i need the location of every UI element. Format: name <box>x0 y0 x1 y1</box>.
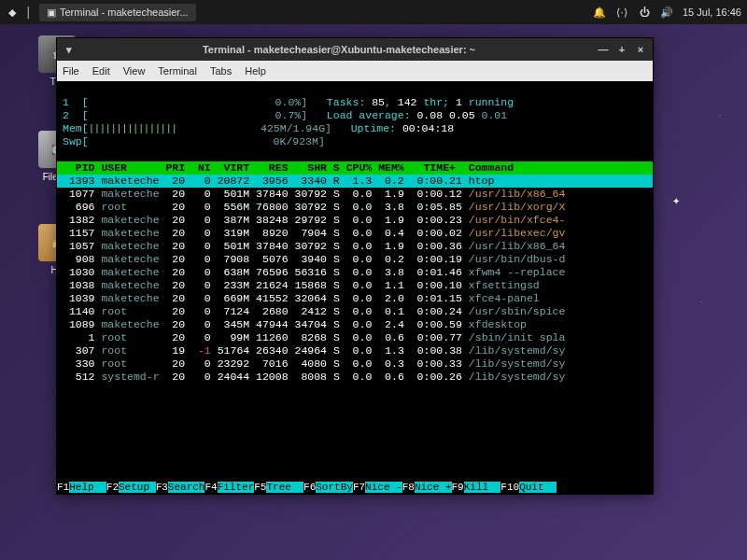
volume-icon[interactable]: 🔊 <box>660 6 673 19</box>
taskbar-app-label: Terminal - maketecheasier... <box>60 7 189 18</box>
clock[interactable]: 15 Jul, 16:46 <box>683 7 741 18</box>
process-row[interactable]: 1038 maketeche 20 0 233M 21624 15868 S 0… <box>57 279 653 292</box>
f7-nice-down[interactable]: Nice - <box>365 482 402 493</box>
terminal-body[interactable]: 1 [0.0%] Tasks: 85, 142 thr; 1 running 2… <box>57 81 653 494</box>
whisker-menu-icon[interactable]: ◆ <box>6 6 19 19</box>
process-row[interactable]: 1382 maketeche 20 0 387M 38248 29792 S 0… <box>57 214 653 227</box>
f2-setup[interactable]: Setup <box>119 482 156 493</box>
menu-view[interactable]: View <box>123 65 146 77</box>
f3-search[interactable]: Search <box>168 482 205 493</box>
top-panel: ◆ │ ▣ Terminal - maketecheasier... 🔔 ⟨·⟩… <box>0 0 747 24</box>
minimize-button[interactable]: — <box>597 43 610 56</box>
tasks-count: 85 <box>372 96 385 108</box>
menu-edit[interactable]: Edit <box>92 65 110 77</box>
cpu1-label: 1 [ <box>63 96 89 108</box>
menu-tabs[interactable]: Tabs <box>210 65 232 77</box>
close-button[interactable]: × <box>634 43 647 56</box>
process-row[interactable]: 1039 maketeche 20 0 669M 41552 32064 S 0… <box>57 292 653 305</box>
separator-icon: │ <box>22 6 35 19</box>
star-decoration: · <box>719 112 721 118</box>
swp-label: Swp[ <box>63 135 89 147</box>
mem-bars: |||||||||||||||| <box>89 122 176 134</box>
swp-value: 0K/923M] <box>274 135 325 147</box>
loadavg-1: 0.08 <box>416 109 443 121</box>
process-row[interactable]: 1030 maketeche 20 0 638M 76596 56316 S 0… <box>57 266 653 279</box>
window-menu-icon[interactable]: ▾ <box>63 43 76 56</box>
power-icon[interactable]: ⏻ <box>638 6 651 19</box>
tasks-label: Tasks: <box>327 96 372 108</box>
process-row[interactable]: 1089 maketeche 20 0 345M 47944 34704 S 0… <box>57 318 653 331</box>
menubar: File Edit View Terminal Tabs Help <box>57 61 653 81</box>
terminal-window[interactable]: ▾ Terminal - maketecheasier@Xubuntu-make… <box>56 37 654 495</box>
menu-help[interactable]: Help <box>245 65 266 77</box>
uptime-label: Uptime: <box>351 122 402 134</box>
process-row[interactable]: 1077 maketeche 20 0 501M 37840 30792 S 0… <box>57 188 653 201</box>
process-row[interactable]: 908 maketeche 20 0 7908 5076 3940 S 0.0 … <box>57 253 653 266</box>
f1-help[interactable]: Help <box>69 482 106 493</box>
threads-count: 142 <box>398 96 417 108</box>
window-titlebar[interactable]: ▾ Terminal - maketecheasier@Xubuntu-make… <box>57 38 653 61</box>
star-decoration: ✦ <box>672 196 680 206</box>
process-row[interactable]: 1 root 20 0 99M 11260 8268 S 0.0 0.6 0:0… <box>57 331 653 344</box>
network-icon[interactable]: ⟨·⟩ <box>615 6 628 19</box>
mem-value: 425M/1.94G] <box>261 122 331 134</box>
f9-key[interactable]: F9 <box>452 482 464 493</box>
f6-sortby[interactable]: SortBy <box>316 482 353 493</box>
process-row[interactable]: 1157 maketeche 20 0 319M 8920 7904 S 0.0… <box>57 227 653 240</box>
f4-key[interactable]: F4 <box>204 482 217 493</box>
f3-key[interactable]: F3 <box>156 482 168 493</box>
process-row[interactable]: 696 root 20 0 556M 76800 30792 S 0.0 3.8… <box>57 201 653 214</box>
loadavg-5: 0.05 <box>449 109 475 121</box>
f10-quit[interactable]: Quit <box>519 482 557 493</box>
loadavg-label: Load average: <box>327 109 417 121</box>
process-row-selected[interactable]: 1393 maketeche 20 0 20872 3956 3340 R 1.… <box>57 175 653 188</box>
menu-terminal[interactable]: Terminal <box>158 65 197 77</box>
loadavg-15: 0.01 <box>482 109 508 121</box>
f5-tree[interactable]: Tree <box>266 482 303 493</box>
f6-key[interactable]: F6 <box>303 482 316 493</box>
window-title: Terminal - maketecheasier@Xubuntu-makete… <box>81 44 597 55</box>
f9-kill[interactable]: Kill <box>464 482 501 493</box>
notification-icon[interactable]: 🔔 <box>593 6 606 19</box>
mem-label: Mem[ <box>63 122 89 134</box>
f8-key[interactable]: F8 <box>402 482 415 493</box>
process-header[interactable]: PID USER PRI NI VIRT RES SHR S CPU% MEM%… <box>57 161 653 175</box>
f1-key[interactable]: F1 <box>57 482 69 493</box>
menu-file[interactable]: File <box>63 65 79 77</box>
taskbar-terminal-button[interactable]: ▣ Terminal - maketecheasier... <box>39 4 196 21</box>
htop-footer: F1Help F2Setup F3SearchF4FilterF5Tree F6… <box>57 481 653 494</box>
f10-key[interactable]: F10 <box>500 482 519 493</box>
process-row[interactable]: 1140 root 20 0 7124 2680 2412 S 0.0 0.1 … <box>57 305 653 318</box>
running-count: 1 <box>456 96 462 108</box>
process-row[interactable]: 330 root 20 0 23292 7016 4080 S 0.0 0.3 … <box>57 357 653 371</box>
process-row[interactable]: 307 root 19 -1 51764 26340 24964 S 0.0 1… <box>57 344 653 357</box>
f4-filter[interactable]: Filter <box>218 482 255 493</box>
f7-key[interactable]: F7 <box>353 482 365 493</box>
uptime-value: 00:04:18 <box>402 122 454 134</box>
f8-nice-up[interactable]: Nice + <box>415 482 452 493</box>
f2-key[interactable]: F2 <box>106 482 119 493</box>
cpu2-label: 2 [ <box>63 109 89 121</box>
process-row[interactable]: 1057 maketeche 20 0 501M 37840 30792 S 0… <box>57 240 653 253</box>
process-row[interactable]: 512 systemd-r 20 0 24044 12008 8008 S 0.… <box>57 371 653 384</box>
terminal-icon: ▣ <box>47 7 56 19</box>
cpu1-value: 0.0%] <box>275 96 308 108</box>
cpu2-value: 0.7%] <box>275 109 308 121</box>
maximize-button[interactable]: + <box>615 43 628 56</box>
star-decoration: · <box>700 299 702 304</box>
f5-key[interactable]: F5 <box>254 482 266 493</box>
